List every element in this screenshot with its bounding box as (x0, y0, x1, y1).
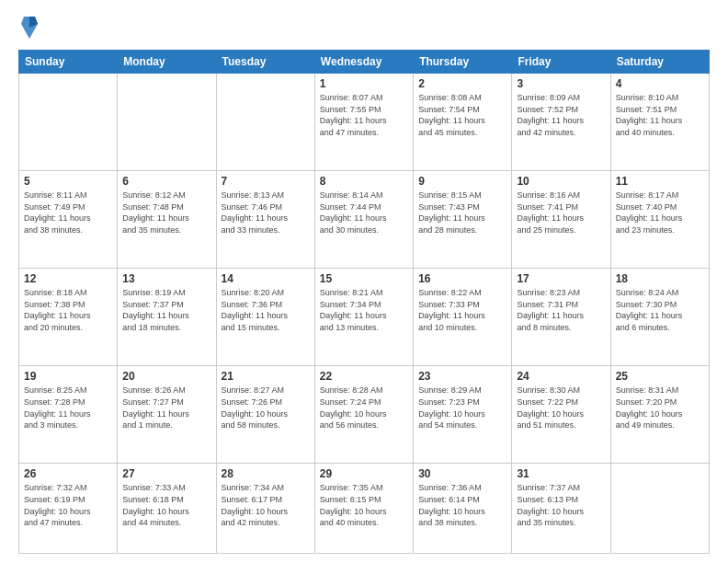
day-info: Sunrise: 8:13 AM Sunset: 7:46 PM Dayligh… (222, 190, 310, 236)
day-info: Sunrise: 8:28 AM Sunset: 7:24 PM Dayligh… (320, 385, 408, 431)
col-header-sunday: Sunday (19, 51, 118, 74)
calendar-day-8: 8Sunrise: 8:14 AM Sunset: 7:44 PM Daylig… (314, 171, 413, 269)
day-number: 7 (222, 175, 310, 188)
col-header-tuesday: Tuesday (216, 51, 314, 74)
calendar-week-1: 1Sunrise: 8:07 AM Sunset: 7:55 PM Daylig… (19, 74, 710, 171)
calendar-week-3: 12Sunrise: 8:18 AM Sunset: 7:38 PM Dayli… (19, 269, 710, 366)
header (18, 15, 710, 40)
day-info: Sunrise: 8:30 AM Sunset: 7:22 PM Dayligh… (517, 385, 605, 431)
day-info: Sunrise: 8:08 AM Sunset: 7:54 PM Dayligh… (418, 92, 506, 138)
day-number: 22 (320, 370, 408, 383)
day-number: 16 (418, 272, 506, 285)
day-number: 3 (517, 77, 605, 90)
calendar-day-24: 24Sunrise: 8:30 AM Sunset: 7:22 PM Dayli… (512, 366, 610, 464)
day-number: 24 (517, 370, 605, 383)
calendar-day-18: 18Sunrise: 8:24 AM Sunset: 7:30 PM Dayli… (610, 269, 709, 366)
calendar-day-16: 16Sunrise: 8:22 AM Sunset: 7:33 PM Dayli… (414, 269, 512, 366)
day-number: 21 (222, 370, 310, 383)
day-info: Sunrise: 8:20 AM Sunset: 7:36 PM Dayligh… (222, 287, 310, 333)
day-info: Sunrise: 8:15 AM Sunset: 7:43 PM Dayligh… (418, 190, 506, 236)
calendar-week-5: 26Sunrise: 7:32 AM Sunset: 6:19 PM Dayli… (19, 464, 710, 554)
calendar-week-2: 5Sunrise: 8:11 AM Sunset: 7:49 PM Daylig… (19, 171, 710, 269)
calendar-day-9: 9Sunrise: 8:15 AM Sunset: 7:43 PM Daylig… (414, 171, 512, 269)
calendar-day-10: 10Sunrise: 8:16 AM Sunset: 7:41 PM Dayli… (512, 171, 610, 269)
day-info: Sunrise: 8:31 AM Sunset: 7:20 PM Dayligh… (616, 385, 704, 431)
day-number: 28 (222, 467, 310, 480)
day-number: 26 (24, 467, 112, 480)
calendar-day-1: 1Sunrise: 8:07 AM Sunset: 7:55 PM Daylig… (314, 74, 413, 171)
day-number: 19 (24, 370, 112, 383)
col-header-thursday: Thursday (414, 51, 512, 74)
day-number: 2 (418, 77, 506, 90)
day-number: 13 (122, 272, 210, 285)
calendar-day-7: 7Sunrise: 8:13 AM Sunset: 7:46 PM Daylig… (216, 171, 314, 269)
day-number: 17 (517, 272, 605, 285)
calendar-day-4: 4Sunrise: 8:10 AM Sunset: 7:51 PM Daylig… (610, 74, 709, 171)
day-number: 11 (616, 175, 704, 188)
day-info: Sunrise: 8:23 AM Sunset: 7:31 PM Dayligh… (517, 287, 605, 333)
calendar-day-12: 12Sunrise: 8:18 AM Sunset: 7:38 PM Dayli… (19, 269, 118, 366)
logo-icon (20, 15, 39, 40)
day-info: Sunrise: 8:25 AM Sunset: 7:28 PM Dayligh… (24, 385, 112, 431)
day-number: 14 (222, 272, 310, 285)
logo (18, 15, 40, 40)
day-info: Sunrise: 8:14 AM Sunset: 7:44 PM Dayligh… (320, 190, 408, 236)
day-info: Sunrise: 8:24 AM Sunset: 7:30 PM Dayligh… (616, 287, 704, 333)
calendar-day-30: 30Sunrise: 7:36 AM Sunset: 6:14 PM Dayli… (414, 464, 512, 554)
calendar-day-19: 19Sunrise: 8:25 AM Sunset: 7:28 PM Dayli… (19, 366, 118, 464)
day-number: 10 (517, 175, 605, 188)
calendar-day-17: 17Sunrise: 8:23 AM Sunset: 7:31 PM Dayli… (512, 269, 610, 366)
calendar-day-11: 11Sunrise: 8:17 AM Sunset: 7:40 PM Dayli… (610, 171, 709, 269)
calendar-day-28: 28Sunrise: 7:34 AM Sunset: 6:17 PM Dayli… (216, 464, 314, 554)
day-number: 9 (418, 175, 506, 188)
day-number: 8 (320, 175, 408, 188)
day-number: 20 (122, 370, 210, 383)
day-info: Sunrise: 7:35 AM Sunset: 6:15 PM Dayligh… (320, 482, 408, 528)
day-info: Sunrise: 8:17 AM Sunset: 7:40 PM Dayligh… (616, 190, 704, 236)
day-info: Sunrise: 7:33 AM Sunset: 6:18 PM Dayligh… (122, 482, 210, 528)
calendar-day-25: 25Sunrise: 8:31 AM Sunset: 7:20 PM Dayli… (610, 366, 709, 464)
day-number: 29 (320, 467, 408, 480)
day-info: Sunrise: 8:10 AM Sunset: 7:51 PM Dayligh… (616, 92, 704, 138)
calendar-day-13: 13Sunrise: 8:19 AM Sunset: 7:37 PM Dayli… (118, 269, 216, 366)
day-info: Sunrise: 8:09 AM Sunset: 7:52 PM Dayligh… (517, 92, 605, 138)
day-number: 31 (517, 467, 605, 480)
calendar-day-14: 14Sunrise: 8:20 AM Sunset: 7:36 PM Dayli… (216, 269, 314, 366)
day-info: Sunrise: 8:12 AM Sunset: 7:48 PM Dayligh… (122, 190, 210, 236)
empty-day (610, 464, 709, 554)
calendar-day-26: 26Sunrise: 7:32 AM Sunset: 6:19 PM Dayli… (19, 464, 118, 554)
col-header-saturday: Saturday (610, 51, 709, 74)
day-number: 1 (320, 77, 408, 90)
calendar-day-6: 6Sunrise: 8:12 AM Sunset: 7:48 PM Daylig… (118, 171, 216, 269)
day-number: 5 (24, 175, 112, 188)
day-info: Sunrise: 8:07 AM Sunset: 7:55 PM Dayligh… (320, 92, 408, 138)
calendar-day-31: 31Sunrise: 7:37 AM Sunset: 6:13 PM Dayli… (512, 464, 610, 554)
day-info: Sunrise: 7:37 AM Sunset: 6:13 PM Dayligh… (517, 482, 605, 528)
calendar-header-row: SundayMondayTuesdayWednesdayThursdayFrid… (19, 51, 710, 74)
day-number: 27 (122, 467, 210, 480)
day-info: Sunrise: 8:19 AM Sunset: 7:37 PM Dayligh… (122, 287, 210, 333)
empty-day (216, 74, 314, 171)
day-number: 4 (616, 77, 704, 90)
empty-day (118, 74, 216, 171)
calendar-week-4: 19Sunrise: 8:25 AM Sunset: 7:28 PM Dayli… (19, 366, 710, 464)
day-info: Sunrise: 8:26 AM Sunset: 7:27 PM Dayligh… (122, 385, 210, 431)
calendar-day-20: 20Sunrise: 8:26 AM Sunset: 7:27 PM Dayli… (118, 366, 216, 464)
calendar-day-27: 27Sunrise: 7:33 AM Sunset: 6:18 PM Dayli… (118, 464, 216, 554)
day-info: Sunrise: 8:18 AM Sunset: 7:38 PM Dayligh… (24, 287, 112, 333)
col-header-friday: Friday (512, 51, 610, 74)
calendar-table: SundayMondayTuesdayWednesdayThursdayFrid… (18, 50, 710, 554)
day-number: 30 (418, 467, 506, 480)
calendar-day-2: 2Sunrise: 8:08 AM Sunset: 7:54 PM Daylig… (414, 74, 512, 171)
calendar-day-22: 22Sunrise: 8:28 AM Sunset: 7:24 PM Dayli… (314, 366, 413, 464)
col-header-wednesday: Wednesday (314, 51, 413, 74)
day-info: Sunrise: 7:34 AM Sunset: 6:17 PM Dayligh… (222, 482, 310, 528)
day-number: 23 (418, 370, 506, 383)
day-number: 15 (320, 272, 408, 285)
day-info: Sunrise: 7:32 AM Sunset: 6:19 PM Dayligh… (24, 482, 112, 528)
page: SundayMondayTuesdayWednesdayThursdayFrid… (0, 0, 728, 563)
day-number: 12 (24, 272, 112, 285)
day-info: Sunrise: 8:21 AM Sunset: 7:34 PM Dayligh… (320, 287, 408, 333)
day-info: Sunrise: 7:36 AM Sunset: 6:14 PM Dayligh… (418, 482, 506, 528)
day-info: Sunrise: 8:22 AM Sunset: 7:33 PM Dayligh… (418, 287, 506, 333)
